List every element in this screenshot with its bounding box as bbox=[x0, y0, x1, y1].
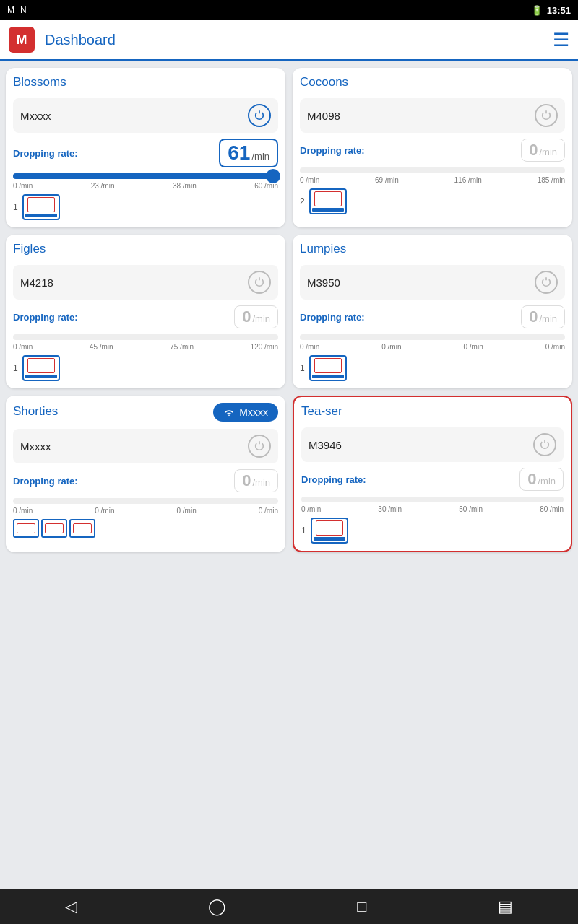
machine-icon-row-cocoons: 2 bbox=[300, 188, 565, 214]
machine-count-figles: 1 bbox=[13, 363, 18, 373]
back-button[interactable]: ◁ bbox=[65, 897, 77, 916]
dropping-unit-figles: /min bbox=[252, 313, 270, 324]
dropping-value-shorties: 0 /min bbox=[234, 469, 278, 492]
machine-count-cocoons: 2 bbox=[300, 196, 305, 206]
slider-track-lumpies[interactable] bbox=[300, 334, 565, 340]
device-name-blossoms: Mxxxx bbox=[20, 110, 51, 122]
slider-blossoms[interactable]: 0 /min 23 /min 38 /min 60 /min bbox=[13, 173, 278, 190]
page-title: Dashboard bbox=[45, 32, 116, 48]
slider-thumb-blossoms[interactable] bbox=[266, 169, 280, 183]
machine-icon-shorties-3 bbox=[69, 519, 95, 538]
dropping-row-figles: Dropping rate: 0 /min bbox=[13, 305, 278, 328]
machine-base-cocoons bbox=[312, 208, 344, 212]
machine-icon-cocoons bbox=[309, 188, 347, 214]
dropping-value-blossoms: 61 /min bbox=[219, 139, 278, 167]
dropping-label-tea-ser: Dropping rate: bbox=[301, 474, 366, 485]
slider-track-shorties[interactable] bbox=[13, 498, 278, 504]
machine-screen-blossoms bbox=[27, 197, 55, 212]
machine-base-figles bbox=[25, 375, 57, 378]
home-button[interactable]: ◯ bbox=[208, 897, 226, 916]
machine-base-lumpies bbox=[312, 375, 344, 378]
machine-icon-lumpies bbox=[309, 355, 347, 381]
dropping-unit-shorties: /min bbox=[252, 477, 270, 488]
battery-icon: 🔋 bbox=[531, 5, 543, 16]
machine-screen-figles bbox=[27, 358, 55, 373]
dropping-value-lumpies: 0 /min bbox=[521, 305, 565, 328]
dropping-row-shorties: Dropping rate: 0 /min bbox=[13, 469, 278, 492]
power-btn-blossoms[interactable] bbox=[248, 104, 271, 127]
power-btn-cocoons[interactable] bbox=[535, 104, 558, 127]
machine-screen-cocoons bbox=[314, 191, 342, 206]
screenshot-button[interactable]: ▤ bbox=[498, 897, 513, 916]
status-bar-right: 🔋 13:51 bbox=[531, 5, 571, 16]
time-display: 13:51 bbox=[547, 5, 571, 16]
machine-icon-row-tea-ser: 1 bbox=[301, 518, 564, 544]
device-row-tea-ser: M3946 bbox=[301, 427, 564, 462]
device-row-shorties: Mxxxx bbox=[13, 429, 278, 463]
machine-count-tea-ser: 1 bbox=[301, 526, 306, 536]
section-header-shorties: Shorties Mxxxx bbox=[13, 403, 278, 422]
section-title-tea-ser: Tea-ser bbox=[301, 404, 564, 420]
slider-labels-tea-ser: 0 /min 30 /min 50 /min 80 /min bbox=[301, 505, 564, 513]
section-title-figles: Figles bbox=[13, 242, 278, 258]
machine-icon-shorties-1 bbox=[13, 519, 39, 538]
menu-button[interactable]: ☰ bbox=[553, 29, 569, 51]
status-bar-left: M N bbox=[7, 5, 27, 15]
machine-icon-row-lumpies: 1 bbox=[300, 355, 565, 381]
dropping-row-tea-ser: Dropping rate: 0 /min bbox=[301, 468, 564, 491]
app-icon-m: M bbox=[7, 5, 14, 15]
recent-button[interactable]: □ bbox=[357, 897, 366, 916]
machine-screen-shorties-1 bbox=[17, 523, 35, 533]
machine-icon-figles bbox=[22, 355, 60, 381]
bottom-nav: ◁ ◯ □ ▤ bbox=[0, 889, 578, 924]
machine-screen-lumpies bbox=[314, 358, 342, 373]
machine-base-tea-ser bbox=[314, 537, 345, 541]
power-btn-lumpies[interactable] bbox=[535, 271, 558, 294]
slider-track-tea-ser[interactable] bbox=[301, 497, 564, 502]
dropping-value-tea-ser: 0 /min bbox=[519, 468, 564, 491]
power-btn-shorties[interactable] bbox=[248, 435, 271, 458]
slider-track-cocoons[interactable] bbox=[300, 167, 565, 173]
slider-shorties[interactable]: 0 /min 0 /min 0 /min 0 /min bbox=[13, 498, 278, 515]
section-title-lumpies: Lumpies bbox=[300, 242, 565, 258]
device-row-lumpies: M3950 bbox=[300, 265, 565, 300]
slider-lumpies[interactable]: 0 /min 0 /min 0 /min 0 /min bbox=[300, 334, 565, 351]
power-btn-figles[interactable] bbox=[248, 271, 271, 294]
device-row-figles: M4218 bbox=[13, 265, 278, 300]
wifi-badge-shorties[interactable]: Mxxxx bbox=[213, 403, 278, 422]
dropping-row-blossoms: Dropping rate: 61 /min bbox=[13, 139, 278, 167]
section-title-blossoms: Blossoms bbox=[13, 75, 278, 91]
main-grid: Blossoms Mxxxx Dropping rate: 61 /min 0 … bbox=[0, 61, 578, 559]
top-nav: M Dashboard ☰ bbox=[0, 20, 578, 61]
power-btn-tea-ser[interactable] bbox=[533, 433, 556, 456]
slider-labels-cocoons: 0 /min 69 /min 116 /min 185 /min bbox=[300, 176, 565, 184]
slider-cocoons[interactable]: 0 /min 69 /min 116 /min 185 /min bbox=[300, 167, 565, 184]
slider-tea-ser[interactable]: 0 /min 30 /min 50 /min 80 /min bbox=[301, 497, 564, 513]
section-lumpies: Lumpies M3950 Dropping rate: 0 /min 0 /m… bbox=[293, 235, 572, 388]
dropping-label-shorties: Dropping rate: bbox=[13, 476, 78, 487]
dropping-label-figles: Dropping rate: bbox=[13, 312, 78, 323]
slider-figles[interactable]: 0 /min 45 /min 75 /min 120 /min bbox=[13, 334, 278, 351]
app-icon-n: N bbox=[20, 5, 27, 15]
machine-icon-row-figles: 1 bbox=[13, 355, 278, 381]
dropping-unit-tea-ser: /min bbox=[538, 476, 556, 487]
dropping-unit-blossoms: /min bbox=[251, 151, 269, 162]
dropping-label-blossoms: Dropping rate: bbox=[13, 148, 78, 159]
wifi-device-label: Mxxxx bbox=[239, 406, 268, 418]
dropping-number-shorties: 0 bbox=[242, 471, 251, 490]
dropping-unit-lumpies: /min bbox=[539, 313, 557, 324]
machine-icon-tea-ser bbox=[311, 518, 348, 544]
slider-labels-figles: 0 /min 45 /min 75 /min 120 /min bbox=[13, 343, 278, 351]
device-row-blossoms: Mxxxx bbox=[13, 98, 278, 133]
dropping-number-cocoons: 0 bbox=[529, 141, 538, 160]
section-title-shorties: Shorties bbox=[13, 404, 58, 420]
slider-track-blossoms[interactable] bbox=[13, 173, 278, 179]
machine-screen-shorties-2 bbox=[45, 523, 64, 533]
slider-fill-blossoms bbox=[13, 173, 273, 179]
dropping-label-cocoons: Dropping rate: bbox=[300, 145, 365, 156]
machine-icon-row-shorties bbox=[13, 519, 278, 538]
slider-track-figles[interactable] bbox=[13, 334, 278, 340]
dropping-value-figles: 0 /min bbox=[234, 305, 278, 328]
dropping-number-figles: 0 bbox=[242, 308, 251, 326]
dropping-number-blossoms: 61 bbox=[228, 141, 250, 165]
